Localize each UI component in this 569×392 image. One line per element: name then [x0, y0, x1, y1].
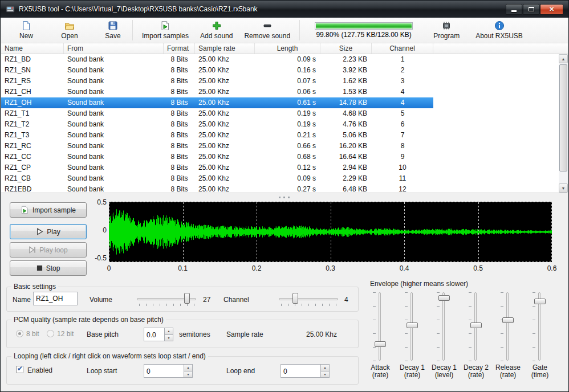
new-button[interactable]: New	[11, 19, 41, 42]
table-row-RZ1_OH[interactable]: RZ1_OHSound bank8 Bits25.00 Khz0.61 s14.…	[1, 97, 433, 108]
table-cell: Sound bank	[64, 152, 164, 162]
table-row-RZ1_RS[interactable]: RZ1_RSSound bank8 Bits25.00 Khz0.07 s1.6…	[1, 76, 433, 87]
table-row-RZ1_CB[interactable]: RZ1_CBSound bank8 Bits25.00 Khz0.09 s2.2…	[1, 173, 433, 184]
slider-thumb[interactable]	[534, 299, 546, 304]
minimize-icon	[511, 10, 517, 12]
splitter-grip-icon	[279, 197, 290, 198]
table-cell: 2.94 KB	[320, 162, 372, 173]
remove-sound-button[interactable]: Remove sound	[239, 19, 295, 42]
sample-name-input[interactable]	[33, 292, 78, 305]
volume-slider-thumb[interactable]	[184, 293, 190, 304]
slider-thumb[interactable]	[375, 341, 386, 347]
channel-slider-thumb[interactable]	[292, 293, 298, 304]
loop-start-spinner[interactable]: 0 ▲ ▼	[144, 364, 193, 378]
table-row-RZ1_T2[interactable]: RZ1_T2Sound bank8 Bits25.00 Khz0.19 s4.7…	[1, 119, 433, 130]
semitones-label: semitones	[179, 330, 210, 338]
table-row-RZ1EBD[interactable]: RZ1EBDSound bank8 Bits25.00 Khz0.27 s6.4…	[1, 184, 433, 193]
waveform-canvas[interactable]	[109, 202, 552, 262]
envelope-slider-release-rate[interactable]: Release(rate)	[494, 279, 522, 390]
table-row-RZ1_T1[interactable]: RZ1_T1Sound bank8 Bits25.00 Khz0.19 s4.6…	[1, 108, 433, 119]
envelope-slider-decay1-level[interactable]: Decay 1(level)	[430, 279, 458, 390]
open-button[interactable]: Open	[55, 19, 84, 42]
spin-up-icon[interactable]: ▲	[320, 365, 329, 371]
pcm-quality-title: PCM quality (sample rate depends on base…	[11, 316, 166, 324]
spin-down-icon[interactable]: ▼	[184, 371, 192, 378]
rx5usb-window: RX5USB tool - C:\Users\Virtual_7\Desktop…	[0, 0, 569, 392]
table-row-RZ1_RC[interactable]: RZ1_RCSound bank8 Bits25.00 Khz0.66 s16.…	[1, 141, 433, 152]
table-row-RZ1_SN[interactable]: RZ1_SNSound bank8 Bits25.00 Khz0.16 s3.9…	[1, 65, 433, 76]
new-button-label: New	[19, 32, 33, 40]
table-cell: 0.68 s	[255, 152, 320, 162]
play-button[interactable]: Play	[10, 224, 87, 239]
channel-slider-ticks	[281, 304, 337, 306]
channel-slider[interactable]	[279, 292, 338, 308]
envelope-slider-decay2-rate[interactable]: Decay 2(rate)	[462, 279, 490, 390]
memory-usage-text: 99.80% (127.75 KB/128.00 KB)	[316, 31, 411, 39]
import-sample-icon	[21, 206, 29, 214]
loop-enabled-checkbox[interactable]: ✔	[16, 366, 23, 373]
loop-end-spinner[interactable]: 0 ▲ ▼	[281, 364, 330, 378]
table-row-RZ1_T3[interactable]: RZ1_T3Sound bank8 Bits25.00 Khz0.21 s5.0…	[1, 130, 433, 141]
column-header-format[interactable]: Format	[164, 43, 195, 54]
maximize-button[interactable]	[523, 4, 539, 15]
table-row-RZ1_CC[interactable]: RZ1_CCSound bank8 Bits25.00 Khz0.68 s16.…	[1, 152, 433, 162]
import-samples-button[interactable]: Import samples	[137, 19, 193, 42]
slider-thumb[interactable]	[438, 295, 450, 301]
table-row-RZ1_CH[interactable]: RZ1_CHSound bank8 Bits25.00 Khz0.06 s1.5…	[1, 87, 433, 97]
envelope-sliders: Attack(rate)Decay 1(rate)Decay 1(level)D…	[367, 279, 555, 390]
envelope-slider-gate-time[interactable]: Gate(time)	[526, 279, 554, 390]
maximize-icon	[529, 7, 534, 11]
scroll-down-icon[interactable]: ▼	[559, 183, 568, 193]
base-pitch-spinner[interactable]: 0.0 ▲ ▼	[144, 328, 173, 341]
waveform-display[interactable]	[109, 202, 552, 262]
program-button[interactable]: Program	[429, 19, 464, 42]
table-cell: Sound bank	[64, 65, 164, 76]
table-row-RZ1_CP[interactable]: RZ1_CPSound bank8 Bits25.00 Khz0.12 s2.9…	[1, 162, 433, 173]
about-button[interactable]: About RX5USB	[471, 19, 527, 42]
slider-thumb[interactable]	[407, 322, 418, 328]
table-row-RZ1_BD[interactable]: RZ1_BDSound bank8 Bits25.00 Khz0.09 s2.2…	[1, 54, 433, 65]
column-header-sample-rate[interactable]: Sample rate	[195, 43, 255, 54]
column-header-channel[interactable]: Channel	[372, 43, 433, 54]
close-button[interactable]: ✕	[540, 4, 563, 15]
sample-rate-value: 25.00 Khz	[306, 330, 337, 338]
spin-up-icon[interactable]: ▲	[184, 365, 192, 371]
spin-down-icon[interactable]: ▼	[320, 371, 329, 378]
minimize-button[interactable]	[506, 4, 522, 15]
vertical-scrollbar[interactable]: ▲ ▼	[559, 54, 568, 193]
slider-thumb[interactable]	[470, 322, 482, 328]
envelope-slider-attack-rate[interactable]: Attack(rate)	[367, 279, 394, 390]
column-header-length[interactable]: Length	[255, 43, 320, 54]
table-cell: RZ1_T3	[1, 130, 64, 141]
add-sound-button-label: Add sound	[200, 32, 233, 40]
table-cell: 0.19 s	[255, 108, 320, 119]
column-header-size[interactable]: Size	[320, 43, 372, 54]
waveform-y-label: -0.5	[88, 254, 107, 262]
volume-slider[interactable]	[137, 292, 196, 308]
save-button[interactable]: Save	[98, 19, 128, 42]
play-button-label: Play	[47, 228, 60, 236]
scrollbar-thumb[interactable]	[559, 64, 567, 172]
splitter-handle[interactable]	[1, 193, 568, 201]
spin-up-icon[interactable]: ▲	[164, 328, 173, 334]
stop-button[interactable]: Stop	[10, 260, 87, 276]
radio-12bit[interactable]	[47, 330, 54, 337]
play-loop-button[interactable]: Play loop	[10, 242, 87, 258]
envelope-slider-decay1-rate[interactable]: Decay 1(rate)	[399, 279, 426, 390]
volume-slider-ticks	[139, 304, 195, 306]
import-sample-button[interactable]: Import sample	[10, 202, 87, 218]
column-header-from[interactable]: From	[64, 43, 164, 54]
table-cell: 25.00 Khz	[195, 130, 255, 141]
name-label: Name	[13, 296, 31, 304]
scroll-up-icon[interactable]: ▲	[559, 54, 568, 63]
table-cell: RZ1_BD	[1, 54, 64, 65]
table-cell: 5	[372, 108, 433, 119]
table-cell: 4.76 KB	[320, 119, 372, 130]
loop-end-value: 0	[283, 368, 287, 375]
add-sound-button[interactable]: Add sound	[196, 19, 237, 42]
radio-8bit[interactable]	[16, 330, 23, 337]
spin-down-icon[interactable]: ▼	[164, 334, 173, 341]
column-header-name[interactable]: Name	[1, 43, 64, 54]
titlebar[interactable]: RX5USB tool - C:\Users\Virtual_7\Desktop…	[1, 1, 568, 18]
slider-thumb[interactable]	[502, 317, 514, 323]
